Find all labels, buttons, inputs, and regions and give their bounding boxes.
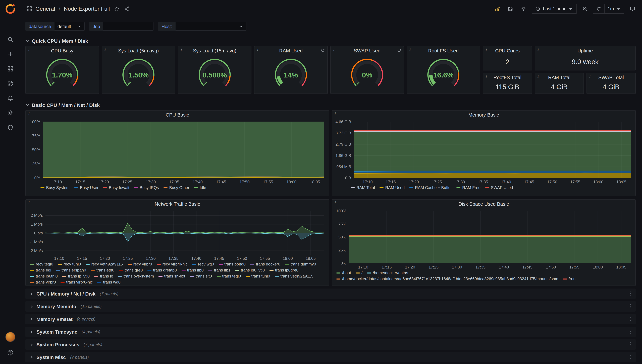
panel-info-icon[interactable] — [333, 48, 334, 52]
legend-item[interactable]: trans ip6gre0 — [269, 268, 298, 273]
legend-item[interactable]: trans virbr0-nic — [61, 280, 93, 285]
configuration-icon[interactable] — [4, 106, 17, 120]
panel-title[interactable]: CPU Basic — [26, 110, 329, 119]
panel-info-icon[interactable] — [409, 48, 410, 52]
legend-item[interactable]: trans erspan0 — [56, 268, 86, 273]
panel-title[interactable]: RAM Used — [255, 46, 327, 55]
row-cpu-memory-net-disk[interactable]: CPU / Memory / Net / Disk (7 panels) — [26, 288, 636, 299]
star-icon[interactable] — [114, 6, 120, 12]
legend-item[interactable]: trans bond0 — [219, 262, 246, 267]
legend-item[interactable]: trans ip_vti0 — [62, 274, 90, 279]
legend-item[interactable]: trans ifb1 — [208, 268, 231, 273]
legend-item[interactable]: trans lo — [94, 274, 113, 279]
breadcrumb-title[interactable]: Node Exporter Full — [64, 6, 110, 12]
legend-item[interactable]: recv virbr0-nic — [157, 262, 187, 267]
panel-title[interactable]: Sys Load (5m avg) — [102, 46, 175, 55]
panel-title[interactable]: Network Traffic Basic — [26, 200, 329, 208]
legend-item[interactable]: Busy IRQs — [134, 185, 159, 190]
row-system-timesync[interactable]: System Timesync (4 panels) — [26, 326, 636, 337]
panel-title[interactable]: SWAP Used — [331, 46, 403, 55]
legend-item[interactable]: trans teql0 — [217, 274, 241, 279]
search-icon[interactable] — [4, 33, 17, 46]
panel-title[interactable]: Uptime — [535, 46, 635, 55]
panel-info-icon[interactable] — [104, 48, 105, 52]
dashboards-icon[interactable] — [4, 62, 17, 76]
legend-item[interactable]: RAM Free — [457, 185, 481, 190]
legend-item[interactable]: /home/docker/datas/containers/ad6ae634f7… — [336, 276, 558, 282]
legend-item[interactable]: trans eql — [30, 268, 51, 273]
legend-item[interactable]: trans veth92a9115 — [275, 274, 313, 279]
legend-item[interactable]: trans gre0 — [119, 268, 143, 273]
legend-item[interactable]: trans docker0 — [250, 262, 280, 267]
legend-item[interactable]: trans tunl0 — [246, 274, 270, 279]
row-system-misc[interactable]: System Misc (7 panels) — [26, 352, 636, 362]
legend-item[interactable]: trans ip6_vti0 — [235, 268, 265, 273]
row-drag-handle[interactable] — [629, 330, 632, 334]
create-icon[interactable] — [4, 48, 17, 61]
panel-info-icon[interactable] — [28, 112, 29, 116]
legend-item[interactable]: / — [356, 270, 362, 276]
share-icon[interactable] — [124, 6, 130, 12]
legend-item[interactable]: Idle — [194, 185, 206, 190]
panel-title[interactable]: Disk Space Used Basic — [332, 200, 635, 208]
legend-item[interactable]: trans sh-ext — [158, 274, 185, 279]
legend-item[interactable]: trans wg0 — [97, 280, 121, 285]
legend-item[interactable]: trans eth0 — [91, 268, 114, 273]
legend-item[interactable]: RAM Cache + Buffer — [409, 185, 452, 190]
panel-title[interactable]: CPU Busy — [26, 46, 99, 55]
breadcrumb-section[interactable]: General — [36, 6, 55, 12]
refresh-icon[interactable] — [397, 48, 401, 52]
panel-info-icon[interactable] — [28, 48, 29, 52]
panel-info-icon[interactable] — [180, 48, 182, 52]
datasource-select[interactable]: default — [55, 22, 85, 31]
refresh-interval-picker[interactable]: 1m — [604, 4, 624, 13]
row-drag-handle[interactable] — [629, 304, 632, 308]
legend-item[interactable]: trans virbr0 — [30, 280, 56, 285]
legend-item[interactable]: recv veth92a9115 — [86, 262, 123, 267]
row-drag-handle[interactable] — [629, 292, 632, 296]
panel-info-icon[interactable] — [28, 201, 29, 205]
legend-item[interactable]: Busy Other — [163, 185, 189, 190]
panel-title[interactable]: RAM Total — [535, 73, 583, 82]
legend-item[interactable]: /boot — [336, 270, 351, 276]
zoom-out-button[interactable] — [580, 4, 590, 14]
legend-item[interactable]: trans gretap0 — [147, 268, 177, 273]
dashboard-settings-button[interactable] — [518, 4, 528, 14]
grafana-logo[interactable] — [4, 3, 17, 15]
panel-info-icon[interactable] — [537, 48, 539, 52]
row-drag-handle[interactable] — [629, 355, 632, 359]
legend-item[interactable]: Busy System — [41, 185, 70, 190]
legend-item[interactable]: RAM Total — [351, 185, 375, 190]
job-input[interactable] — [103, 22, 153, 31]
legend-item[interactable]: trans ip6tnl0 — [30, 274, 58, 279]
legend-item[interactable]: Busy User — [74, 185, 98, 190]
panel-title[interactable]: Memory Basic — [332, 110, 635, 119]
row-header-quick[interactable]: Quick CPU / Mem / Disk — [26, 37, 636, 45]
panel-title[interactable]: Sys Load (15m avg) — [178, 46, 251, 55]
row-header-basic[interactable]: Basic CPU / Mem / Net / Disk — [26, 101, 636, 109]
add-panel-button[interactable] — [492, 4, 502, 14]
panel-info-icon[interactable] — [589, 74, 590, 78]
save-dashboard-button[interactable] — [505, 4, 515, 14]
panel-info-icon[interactable] — [257, 48, 258, 52]
legend-item[interactable]: /run — [563, 276, 575, 282]
refresh-button[interactable] — [593, 4, 604, 13]
panel-title[interactable]: CPU Cores — [483, 46, 532, 55]
legend-item[interactable]: trans dummy0 — [285, 262, 316, 267]
panel-title[interactable]: Root FS Used — [407, 46, 480, 55]
panel-title[interactable]: SWAP Total — [587, 73, 635, 82]
legend-item[interactable]: recv wg0 — [192, 262, 214, 267]
panel-info-icon[interactable] — [334, 201, 336, 205]
row-memory-meminfo[interactable]: Memory Meminfo (15 panels) — [26, 301, 636, 312]
legend-item[interactable]: trans ovs-system — [118, 274, 154, 279]
legend-item[interactable]: SWAP Used — [485, 185, 513, 190]
legend-item[interactable]: recv teql0 — [30, 262, 53, 267]
panel-title[interactable]: RootFS Total — [483, 73, 532, 82]
legend-item[interactable]: Busy Iowait — [103, 185, 129, 190]
legend-item[interactable]: recv virbr0 — [128, 262, 152, 267]
legend-item[interactable]: RAM Used — [379, 185, 404, 190]
host-select[interactable] — [175, 22, 246, 31]
legend-item[interactable]: trans sit0 — [190, 274, 212, 279]
legend-item[interactable]: trans ifb0 — [181, 268, 204, 273]
server-admin-icon[interactable] — [4, 121, 17, 134]
